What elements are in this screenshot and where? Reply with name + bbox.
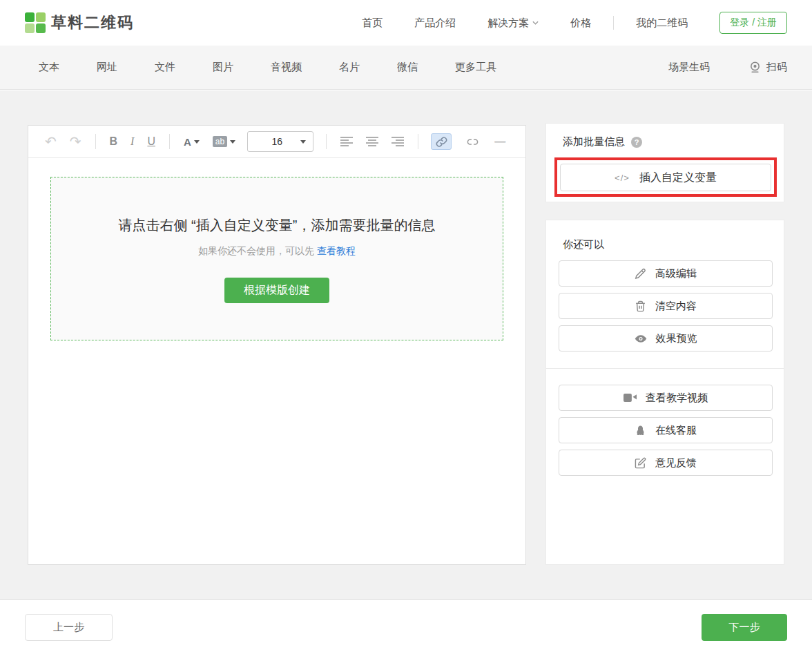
nav-home[interactable]: 首页 [362, 17, 383, 30]
editor-toolbar: ↶ ↷ B I U A ab 16 [28, 126, 525, 158]
subnav-right: 场景生码 扫码 [668, 61, 787, 74]
bold-button[interactable]: B [108, 134, 119, 149]
insert-variable-button[interactable]: </> 插入自定义变量 [560, 164, 771, 191]
main-area: ↶ ↷ B I U A ab 16 [0, 90, 812, 599]
align-center-button[interactable] [365, 135, 380, 148]
subnav-item-more-tools[interactable]: 更多工具 [455, 61, 496, 74]
italic-button[interactable]: I [129, 134, 135, 149]
type-subnav: 文本 网址 文件 图片 音视频 名片 微信 更多工具 场景生码 扫码 [0, 46, 812, 90]
align-center-icon [366, 137, 378, 146]
editor-content[interactable]: 请点击右侧 “插入自定义变量”，添加需要批量的信息 如果你还不会使用，可以先查看… [28, 158, 525, 359]
video-camera-icon [624, 393, 637, 403]
qrcode-logo-icon [25, 12, 46, 33]
highlight-color-button[interactable]: ab [211, 135, 237, 148]
toolbar-divider [326, 134, 327, 149]
placeholder-hint-main: 请点击右侧 “插入自定义变量”，添加需要批量的信息 [119, 216, 436, 235]
caret-down-icon [194, 140, 200, 144]
link-icon [436, 136, 447, 148]
caret-down-icon [230, 140, 235, 144]
horizontal-rule-button[interactable]: — [493, 134, 507, 149]
align-right-button[interactable] [390, 135, 405, 148]
more-actions-card: 你还可以 高级编辑 清空内容 效果预览 查看教学视频 在线客服 意见反馈 [545, 220, 784, 565]
subnav-item-url[interactable]: 网址 [97, 61, 117, 74]
editor-card: ↶ ↷ B I U A ab 16 [28, 125, 526, 565]
subnav-item-file[interactable]: 文件 [155, 61, 175, 74]
brand-name: 草料二维码 [51, 12, 134, 33]
nav-my-qrcodes[interactable]: 我的二维码 [636, 17, 688, 30]
insert-link-button[interactable] [431, 133, 452, 150]
toolbar-divider [95, 134, 96, 149]
undo-button[interactable]: ↶ [44, 133, 58, 150]
align-left-icon [340, 137, 353, 146]
more-actions-title: 你还可以 [563, 238, 784, 251]
scan-camera-icon [748, 61, 762, 74]
redo-icon: ↷ [70, 135, 81, 148]
font-size-select[interactable]: 16 [247, 131, 313, 152]
prev-step-button[interactable]: 上一步 [25, 614, 113, 641]
top-header: 草料二维码 首页 产品介绍 解决方案 价格 我的二维码 登录 / 注册 [0, 0, 812, 46]
scene-qrcode-link[interactable]: 场景生码 [668, 61, 710, 74]
underline-button[interactable]: U [146, 134, 157, 149]
online-support-button[interactable]: 在线客服 [559, 417, 773, 443]
undo-icon: ↶ [45, 135, 57, 148]
remove-link-button[interactable] [462, 133, 483, 150]
batch-info-title: 添加批量信息 [563, 135, 625, 148]
create-from-template-button[interactable]: 根据模版创建 [224, 278, 329, 303]
nav-pricing[interactable]: 价格 [570, 17, 591, 30]
trash-icon [635, 300, 646, 312]
unlink-icon [467, 136, 478, 148]
code-icon: </> [615, 173, 630, 183]
subnav-item-image[interactable]: 图片 [213, 61, 233, 74]
preview-button[interactable]: 效果预览 [559, 325, 773, 352]
toolbar-divider [169, 134, 170, 149]
chevron-down-icon [532, 21, 539, 25]
font-color-button[interactable]: A [182, 135, 201, 149]
batch-info-header: 添加批量信息 ? [563, 135, 784, 148]
sidebar-section-divider [546, 368, 784, 369]
header-divider [613, 16, 614, 30]
help-icon[interactable]: ? [631, 137, 642, 148]
edit-square-icon [635, 457, 646, 469]
subnav-items: 文本 网址 文件 图片 音视频 名片 微信 更多工具 [39, 61, 496, 74]
next-step-button[interactable]: 下一步 [702, 614, 787, 641]
nav-solutions[interactable]: 解决方案 [487, 17, 539, 30]
subnav-item-text[interactable]: 文本 [39, 61, 59, 74]
header-nav: 首页 产品介绍 解决方案 价格 我的二维码 登录 / 注册 [362, 12, 787, 34]
redo-button[interactable]: ↷ [68, 133, 83, 150]
nav-products[interactable]: 产品介绍 [414, 17, 456, 30]
placeholder-hint-sub: 如果你还不会使用，可以先查看教程 [198, 245, 356, 258]
subnav-item-wechat[interactable]: 微信 [397, 61, 418, 74]
tutorial-video-button[interactable]: 查看教学视频 [559, 385, 773, 411]
scan-link[interactable]: 扫码 [748, 61, 787, 74]
editor-placeholder-box: 请点击右侧 “插入自定义变量”，添加需要批量的信息 如果你还不会使用，可以先查看… [50, 177, 503, 340]
align-left-button[interactable] [339, 135, 354, 148]
login-register-button[interactable]: 登录 / 注册 [719, 12, 787, 34]
toolbar-divider [418, 134, 418, 149]
subnav-item-card[interactable]: 名片 [339, 61, 360, 74]
view-tutorial-link[interactable]: 查看教程 [317, 245, 356, 256]
qq-penguin-icon [635, 425, 646, 436]
subnav-item-media[interactable]: 音视频 [271, 61, 302, 74]
pencil-icon [635, 268, 646, 280]
batch-info-card: 添加批量信息 ? </> 插入自定义变量 [545, 123, 784, 202]
wizard-footer: 上一步 下一步 [0, 599, 812, 645]
feedback-button[interactable]: 意见反馈 [559, 450, 773, 476]
eye-icon [635, 334, 647, 344]
clear-content-button[interactable]: 清空内容 [559, 293, 773, 319]
advanced-edit-button[interactable]: 高级编辑 [559, 260, 773, 287]
align-right-icon [392, 137, 404, 146]
caret-down-icon [300, 140, 306, 144]
brand-logo[interactable]: 草料二维码 [25, 12, 134, 33]
